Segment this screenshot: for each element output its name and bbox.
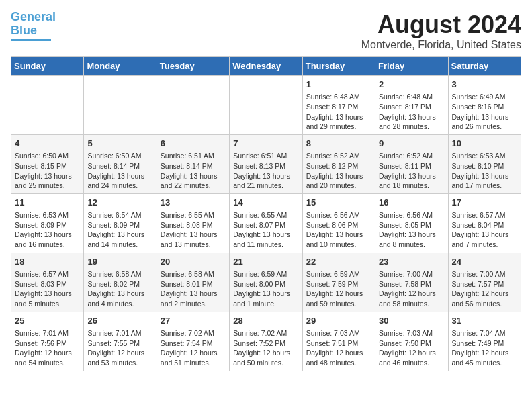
day-number: 10: [452, 138, 517, 150]
header: General Blue August 2024 Montverde, Flor…: [11, 11, 521, 51]
col-header-friday: Friday: [375, 57, 448, 76]
day-info: Sunrise: 6:59 AM: [233, 269, 298, 279]
day-number: 25: [15, 315, 80, 327]
col-header-sunday: Sunday: [11, 57, 84, 76]
day-info: and 59 minutes.: [306, 299, 371, 309]
calendar-cell: 6Sunrise: 6:51 AMSunset: 8:14 PMDaylight…: [157, 134, 229, 193]
calendar-cell: 11Sunrise: 6:53 AMSunset: 8:09 PMDayligh…: [11, 193, 84, 253]
day-info: and 58 minutes.: [379, 299, 444, 309]
calendar-cell: 8Sunrise: 6:52 AMSunset: 8:12 PMDaylight…: [302, 134, 375, 193]
day-info: and 2 minutes.: [161, 299, 226, 309]
week-row-4: 18Sunrise: 6:57 AMSunset: 8:03 PMDayligh…: [11, 253, 521, 312]
calendar-cell: 14Sunrise: 6:55 AMSunset: 8:07 PMDayligh…: [230, 193, 302, 253]
day-info: Sunrise: 6:52 AM: [379, 151, 444, 161]
col-header-tuesday: Tuesday: [157, 57, 229, 76]
day-info: Daylight: 13 hours: [87, 289, 152, 299]
calendar-cell: 10Sunrise: 6:53 AMSunset: 8:10 PMDayligh…: [448, 134, 521, 193]
day-info: Sunset: 8:05 PM: [379, 220, 444, 230]
calendar-cell: 9Sunrise: 6:52 AMSunset: 8:11 PMDaylight…: [375, 134, 448, 193]
day-info: and 10 minutes.: [306, 240, 371, 250]
day-info: Sunset: 7:59 PM: [306, 279, 371, 289]
day-info: Sunset: 8:09 PM: [87, 220, 152, 230]
day-info: and 56 minutes.: [452, 299, 517, 309]
calendar-cell: 2Sunrise: 6:48 AMSunset: 8:17 PMDaylight…: [375, 76, 448, 135]
day-info: Sunrise: 6:58 AM: [87, 269, 152, 279]
calendar-cell: 15Sunrise: 6:56 AMSunset: 8:06 PMDayligh…: [302, 193, 375, 253]
day-info: Sunrise: 6:55 AM: [233, 210, 298, 220]
day-info: Daylight: 13 hours: [306, 171, 371, 181]
calendar-cell: 1Sunrise: 6:48 AMSunset: 8:17 PMDaylight…: [302, 76, 375, 135]
calendar-cell: 5Sunrise: 6:50 AMSunset: 8:14 PMDaylight…: [84, 134, 157, 193]
day-number: 19: [87, 256, 152, 268]
day-info: Sunrise: 7:03 AM: [379, 328, 444, 338]
day-info: Sunrise: 6:53 AM: [452, 151, 517, 161]
day-info: Daylight: 13 hours: [87, 171, 152, 181]
day-number: 4: [15, 138, 80, 150]
day-info: and 11 minutes.: [233, 240, 298, 250]
day-info: Daylight: 13 hours: [161, 289, 226, 299]
day-info: Sunrise: 6:48 AM: [379, 92, 444, 102]
day-number: 30: [379, 315, 444, 327]
day-info: and 46 minutes.: [379, 358, 444, 368]
calendar-cell: 27Sunrise: 7:02 AMSunset: 7:54 PMDayligh…: [157, 312, 229, 371]
day-info: Daylight: 13 hours: [306, 112, 371, 122]
day-info: Sunset: 8:00 PM: [233, 279, 298, 289]
day-info: Daylight: 13 hours: [306, 230, 371, 240]
calendar-cell: 25Sunrise: 7:01 AMSunset: 7:56 PMDayligh…: [11, 312, 84, 371]
day-info: Sunset: 8:17 PM: [379, 102, 444, 112]
day-number: 24: [452, 256, 517, 268]
day-info: Daylight: 13 hours: [15, 289, 80, 299]
day-info: Sunset: 7:50 PM: [379, 338, 444, 349]
week-row-2: 4Sunrise: 6:50 AMSunset: 8:15 PMDaylight…: [11, 134, 521, 193]
day-info: and 8 minutes.: [379, 240, 444, 250]
day-number: 26: [87, 315, 152, 327]
day-info: Sunset: 8:03 PM: [15, 279, 80, 289]
title-area: August 2024 Montverde, Florida, United S…: [361, 11, 521, 51]
day-info: Daylight: 13 hours: [379, 171, 444, 181]
day-info: and 7 minutes.: [452, 240, 517, 250]
day-info: Daylight: 13 hours: [379, 112, 444, 122]
calendar-cell: 19Sunrise: 6:58 AMSunset: 8:02 PMDayligh…: [84, 253, 157, 312]
day-info: Sunrise: 7:04 AM: [452, 328, 517, 338]
day-info: and 50 minutes.: [233, 358, 298, 368]
day-number: 2: [379, 79, 444, 91]
day-info: and 4 minutes.: [87, 299, 152, 309]
day-number: 22: [306, 256, 371, 268]
day-info: Sunset: 8:15 PM: [15, 161, 80, 171]
day-info: Sunrise: 6:55 AM: [161, 210, 226, 220]
day-info: and 18 minutes.: [379, 181, 444, 191]
day-number: 28: [233, 315, 298, 327]
calendar-cell: [157, 76, 229, 135]
day-info: and 21 minutes.: [233, 181, 298, 191]
calendar-cell: 23Sunrise: 7:00 AMSunset: 7:58 PMDayligh…: [375, 253, 448, 312]
day-number: 7: [233, 138, 298, 150]
day-info: Sunrise: 6:59 AM: [306, 269, 371, 279]
day-number: 1: [306, 79, 371, 91]
day-number: 15: [306, 197, 371, 209]
day-info: and 13 minutes.: [161, 240, 226, 250]
day-info: and 48 minutes.: [306, 358, 371, 368]
day-info: Daylight: 12 hours: [379, 289, 444, 299]
calendar-cell: 26Sunrise: 7:01 AMSunset: 7:55 PMDayligh…: [84, 312, 157, 371]
calendar-cell: 7Sunrise: 6:51 AMSunset: 8:13 PMDaylight…: [230, 134, 302, 193]
day-info: Sunrise: 6:49 AM: [452, 92, 517, 102]
day-info: Sunrise: 6:56 AM: [379, 210, 444, 220]
day-info: and 51 minutes.: [161, 358, 226, 368]
day-info: Sunset: 8:09 PM: [15, 220, 80, 230]
day-info: Daylight: 12 hours: [87, 348, 152, 358]
calendar-cell: 28Sunrise: 7:02 AMSunset: 7:52 PMDayligh…: [230, 312, 302, 371]
day-info: and 29 minutes.: [306, 122, 371, 132]
day-headers-row: SundayMondayTuesdayWednesdayThursdayFrid…: [11, 57, 521, 76]
day-info: Sunrise: 6:57 AM: [15, 269, 80, 279]
day-info: and 26 minutes.: [452, 122, 517, 132]
day-number: 21: [233, 256, 298, 268]
day-info: Daylight: 12 hours: [161, 348, 226, 358]
day-info: and 45 minutes.: [452, 358, 517, 368]
day-info: Sunrise: 6:58 AM: [161, 269, 226, 279]
day-number: 20: [161, 256, 226, 268]
day-info: Daylight: 13 hours: [233, 230, 298, 240]
day-number: 31: [452, 315, 517, 327]
day-info: Sunset: 7:51 PM: [306, 338, 371, 349]
day-info: Daylight: 13 hours: [161, 171, 226, 181]
day-info: Sunset: 8:12 PM: [306, 161, 371, 171]
